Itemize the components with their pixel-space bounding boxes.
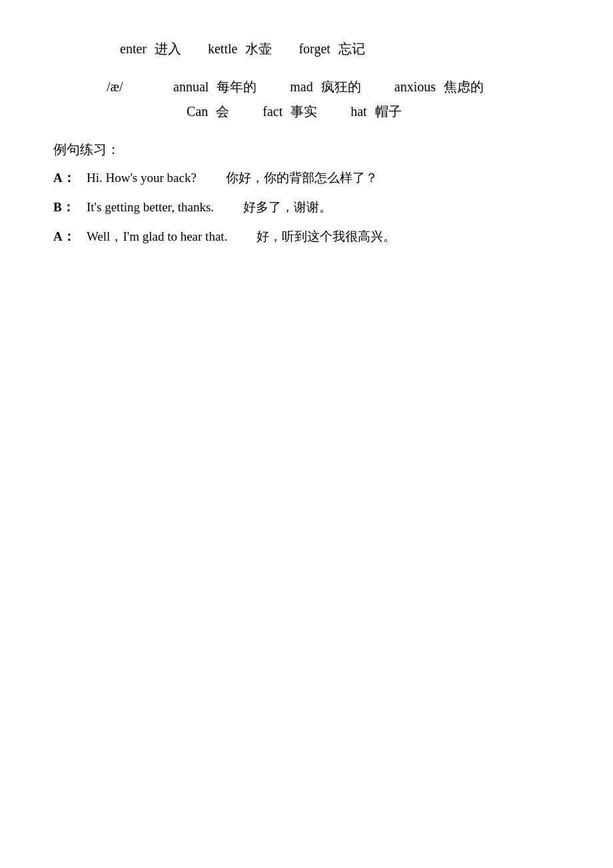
word-en-hat: hat bbox=[350, 104, 366, 119]
word-en-enter: enter bbox=[120, 41, 147, 57]
word-en-forget: forget bbox=[299, 41, 330, 57]
word-group-enter: enter 进入 bbox=[120, 40, 181, 58]
word-en-anxious: anxious bbox=[394, 79, 436, 95]
word-en-annual: annual bbox=[173, 79, 209, 95]
dialogue-cn-b: 好多了，谢谢。 bbox=[243, 199, 332, 216]
word-en-kettle: kettle bbox=[208, 41, 237, 57]
phonetic-symbol: /æ/ bbox=[107, 79, 140, 95]
word-cn-enter: 进入 bbox=[155, 40, 181, 58]
dialogue-cn-a1: 你好，你的背部怎么样了？ bbox=[226, 169, 378, 187]
word-cn-kettle: 水壶 bbox=[245, 40, 272, 58]
dialogue-line-2: B： It's getting better, thanks. 好多了，谢谢。 bbox=[53, 199, 560, 216]
dialogue-cn-a2: 好，听到这个我很高兴。 bbox=[257, 228, 396, 245]
word-group-annual: annual 每年的 bbox=[173, 78, 257, 96]
word-cn-annual: 每年的 bbox=[217, 78, 257, 96]
word-cn-forget: 忘记 bbox=[338, 40, 365, 58]
phonetic-section: /æ/ annual 每年的 mad 疯狂的 anxious 焦虑的 Can 会… bbox=[53, 78, 560, 121]
word-en-mad: mad bbox=[290, 79, 312, 95]
word-group-kettle: kettle 水壶 bbox=[208, 40, 272, 58]
word-group-hat: hat 帽子 bbox=[350, 103, 401, 121]
word-cn-mad: 疯狂的 bbox=[321, 78, 361, 96]
word-cn-hat: 帽子 bbox=[375, 103, 402, 121]
word-group-can: Can 会 bbox=[187, 103, 229, 121]
speaker-b: B： bbox=[53, 199, 87, 216]
dialogue-section: 例句练习： A： Hi. How's your back? 你好，你的背部怎么样… bbox=[53, 141, 560, 245]
dialogue-line-3: A： Well，I'm glad to hear that. 好，听到这个我很高… bbox=[53, 228, 560, 245]
word-cn-anxious: 焦虑的 bbox=[444, 78, 484, 96]
dialogue-text-b: It's getting better, thanks. bbox=[87, 200, 214, 215]
word-cn-can: 会 bbox=[216, 103, 229, 121]
vocab-row1: enter 进入 kettle 水壶 forget 忘记 bbox=[53, 40, 560, 58]
dialogue-text-a1: Hi. How's your back? bbox=[87, 171, 197, 185]
speaker-a2: A： bbox=[53, 228, 87, 245]
word-en-fact: fact bbox=[263, 104, 283, 119]
word-cn-fact: 事实 bbox=[291, 103, 317, 121]
word-group-fact: fact 事实 bbox=[263, 103, 317, 121]
word-en-can: Can bbox=[187, 104, 208, 119]
phonetic-row1: /æ/ annual 每年的 mad 疯狂的 anxious 焦虑的 bbox=[53, 78, 560, 96]
word-group-forget: forget 忘记 bbox=[299, 40, 364, 58]
example-title: 例句练习： bbox=[53, 141, 560, 159]
phonetic-row2: Can 会 fact 事实 hat 帽子 bbox=[53, 103, 560, 121]
speaker-a1: A： bbox=[53, 169, 87, 187]
dialogue-text-a2: Well，I'm glad to hear that. bbox=[87, 228, 227, 245]
word-group-mad: mad 疯狂的 bbox=[290, 78, 360, 96]
vocab-section: enter 进入 kettle 水壶 forget 忘记 bbox=[53, 40, 560, 58]
dialogue-line-1: A： Hi. How's your back? 你好，你的背部怎么样了？ bbox=[53, 169, 560, 187]
word-group-anxious: anxious 焦虑的 bbox=[394, 78, 484, 96]
